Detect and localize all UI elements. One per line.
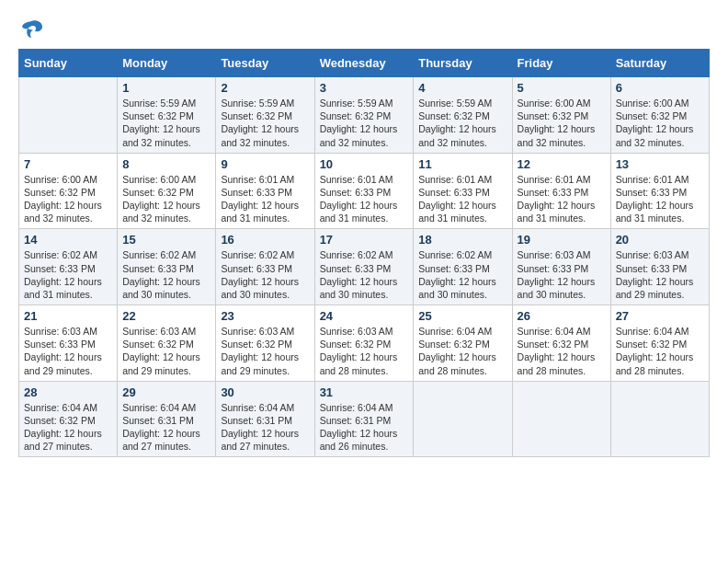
day-number: 25 [418,309,506,323]
calendar-week-row: 14Sunrise: 6:02 AM Sunset: 6:33 PM Dayli… [19,229,710,305]
day-number: 3 [320,81,409,95]
day-number: 26 [518,309,606,323]
day-info: Sunrise: 6:01 AM Sunset: 6:33 PM Dayligh… [418,173,506,225]
weekday-header-monday: Monday [118,50,216,77]
calendar-cell [414,381,512,457]
day-info: Sunrise: 6:02 AM Sunset: 6:33 PM Dayligh… [418,248,506,301]
calendar-cell: 27Sunrise: 6:04 AM Sunset: 6:32 PM Dayli… [610,305,709,382]
calendar-cell: 24Sunrise: 6:03 AM Sunset: 6:32 PM Dayli… [314,305,414,382]
day-number: 17 [320,233,409,247]
day-number: 14 [24,233,112,247]
day-info: Sunrise: 6:03 AM Sunset: 6:33 PM Dayligh… [616,248,704,301]
day-info: Sunrise: 6:04 AM Sunset: 6:32 PM Dayligh… [24,401,112,454]
calendar-cell: 13Sunrise: 6:01 AM Sunset: 6:33 PM Dayli… [610,153,709,229]
day-info: Sunrise: 6:00 AM Sunset: 6:32 PM Dayligh… [24,173,112,225]
day-info: Sunrise: 6:04 AM Sunset: 6:31 PM Dayligh… [122,401,210,454]
day-number: 31 [320,385,409,399]
day-info: Sunrise: 6:03 AM Sunset: 6:32 PM Dayligh… [122,325,210,377]
day-number: 7 [24,157,112,171]
day-info: Sunrise: 6:01 AM Sunset: 6:33 PM Dayligh… [518,173,606,225]
calendar-cell [19,77,118,154]
weekday-header-tuesday: Tuesday [216,50,314,77]
calendar-week-row: 21Sunrise: 6:03 AM Sunset: 6:33 PM Dayli… [19,305,710,382]
day-number: 24 [320,309,409,323]
calendar-cell: 10Sunrise: 6:01 AM Sunset: 6:33 PM Dayli… [314,153,414,229]
calendar-cell: 8Sunrise: 6:00 AM Sunset: 6:32 PM Daylig… [118,153,216,229]
calendar-cell: 26Sunrise: 6:04 AM Sunset: 6:32 PM Dayli… [512,305,610,382]
day-info: Sunrise: 6:03 AM Sunset: 6:33 PM Dayligh… [24,325,112,377]
day-number: 13 [616,157,704,171]
day-number: 19 [518,233,606,247]
day-number: 27 [616,309,704,323]
calendar-cell: 1Sunrise: 5:59 AM Sunset: 6:32 PM Daylig… [118,77,216,154]
weekday-header-wednesday: Wednesday [314,50,414,77]
day-number: 9 [221,157,309,171]
day-number: 15 [122,233,210,247]
day-info: Sunrise: 6:02 AM Sunset: 6:33 PM Dayligh… [320,248,409,301]
calendar-cell [512,381,610,457]
header [18,18,710,40]
day-info: Sunrise: 6:02 AM Sunset: 6:33 PM Dayligh… [122,248,210,301]
day-number: 5 [518,81,606,95]
calendar-cell: 11Sunrise: 6:01 AM Sunset: 6:33 PM Dayli… [414,153,512,229]
weekday-header-sunday: Sunday [19,50,118,77]
calendar-week-row: 7Sunrise: 6:00 AM Sunset: 6:32 PM Daylig… [19,153,710,229]
day-info: Sunrise: 6:04 AM Sunset: 6:32 PM Dayligh… [518,325,606,377]
calendar-header-row: SundayMondayTuesdayWednesdayThursdayFrid… [19,50,710,77]
day-number: 20 [616,233,704,247]
day-number: 10 [320,157,409,171]
calendar-cell: 7Sunrise: 6:00 AM Sunset: 6:32 PM Daylig… [19,153,118,229]
day-number: 2 [221,81,309,95]
calendar-cell: 9Sunrise: 6:01 AM Sunset: 6:33 PM Daylig… [216,153,314,229]
calendar-cell: 12Sunrise: 6:01 AM Sunset: 6:33 PM Dayli… [512,153,610,229]
calendar-week-row: 1Sunrise: 5:59 AM Sunset: 6:32 PM Daylig… [19,77,710,154]
day-info: Sunrise: 6:00 AM Sunset: 6:32 PM Dayligh… [122,173,210,225]
calendar-cell [610,381,709,457]
day-info: Sunrise: 6:03 AM Sunset: 6:32 PM Dayligh… [320,325,409,377]
day-number: 16 [221,233,309,247]
calendar-cell: 18Sunrise: 6:02 AM Sunset: 6:33 PM Dayli… [414,229,512,305]
day-info: Sunrise: 6:03 AM Sunset: 6:33 PM Dayligh… [518,248,606,301]
logo [18,18,48,40]
day-number: 6 [616,81,704,95]
calendar-cell: 14Sunrise: 6:02 AM Sunset: 6:33 PM Dayli… [19,229,118,305]
day-number: 8 [122,157,210,171]
day-info: Sunrise: 5:59 AM Sunset: 6:32 PM Dayligh… [418,97,506,149]
day-info: Sunrise: 6:04 AM Sunset: 6:31 PM Dayligh… [221,401,309,454]
calendar-cell: 31Sunrise: 6:04 AM Sunset: 6:31 PM Dayli… [314,381,414,457]
day-number: 28 [24,385,112,399]
logo-bird-icon [18,19,44,40]
calendar-cell: 3Sunrise: 5:59 AM Sunset: 6:32 PM Daylig… [314,77,414,154]
weekday-header-thursday: Thursday [414,50,512,77]
day-info: Sunrise: 6:01 AM Sunset: 6:33 PM Dayligh… [616,173,704,225]
calendar-cell: 2Sunrise: 5:59 AM Sunset: 6:32 PM Daylig… [216,77,314,154]
day-info: Sunrise: 6:04 AM Sunset: 6:32 PM Dayligh… [616,325,704,377]
calendar-cell: 16Sunrise: 6:02 AM Sunset: 6:33 PM Dayli… [216,229,314,305]
day-info: Sunrise: 6:00 AM Sunset: 6:32 PM Dayligh… [518,97,606,149]
calendar-table: SundayMondayTuesdayWednesdayThursdayFrid… [18,49,710,457]
calendar-week-row: 28Sunrise: 6:04 AM Sunset: 6:32 PM Dayli… [19,381,710,457]
day-info: Sunrise: 6:01 AM Sunset: 6:33 PM Dayligh… [320,173,409,225]
day-info: Sunrise: 5:59 AM Sunset: 6:32 PM Dayligh… [221,97,309,149]
calendar-cell: 4Sunrise: 5:59 AM Sunset: 6:32 PM Daylig… [414,77,512,154]
calendar-cell: 5Sunrise: 6:00 AM Sunset: 6:32 PM Daylig… [512,77,610,154]
calendar-cell: 25Sunrise: 6:04 AM Sunset: 6:32 PM Dayli… [414,305,512,382]
calendar-cell: 19Sunrise: 6:03 AM Sunset: 6:33 PM Dayli… [512,229,610,305]
calendar-cell: 6Sunrise: 6:00 AM Sunset: 6:32 PM Daylig… [610,77,709,154]
day-number: 23 [221,309,309,323]
calendar-cell: 17Sunrise: 6:02 AM Sunset: 6:33 PM Dayli… [314,229,414,305]
day-number: 22 [122,309,210,323]
day-info: Sunrise: 5:59 AM Sunset: 6:32 PM Dayligh… [320,97,409,149]
day-number: 11 [418,157,506,171]
weekday-header-saturday: Saturday [610,50,709,77]
day-number: 18 [418,233,506,247]
calendar-cell: 15Sunrise: 6:02 AM Sunset: 6:33 PM Dayli… [118,229,216,305]
calendar-cell: 30Sunrise: 6:04 AM Sunset: 6:31 PM Dayli… [216,381,314,457]
day-number: 4 [418,81,506,95]
day-info: Sunrise: 5:59 AM Sunset: 6:32 PM Dayligh… [122,97,210,149]
day-info: Sunrise: 6:02 AM Sunset: 6:33 PM Dayligh… [24,248,112,301]
calendar-cell: 28Sunrise: 6:04 AM Sunset: 6:32 PM Dayli… [19,381,118,457]
calendar-cell: 23Sunrise: 6:03 AM Sunset: 6:32 PM Dayli… [216,305,314,382]
day-info: Sunrise: 6:04 AM Sunset: 6:31 PM Dayligh… [320,401,409,454]
day-info: Sunrise: 6:01 AM Sunset: 6:33 PM Dayligh… [221,173,309,225]
